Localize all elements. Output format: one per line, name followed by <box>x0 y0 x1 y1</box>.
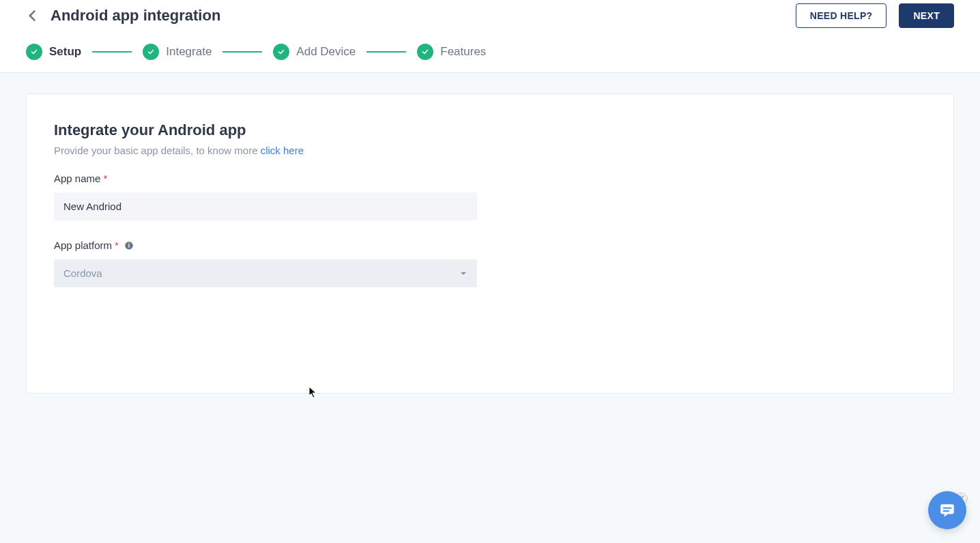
step-integrate[interactable]: Integrate <box>143 44 212 60</box>
header-left: Android app integration <box>26 7 220 25</box>
click-here-link[interactable]: click here <box>261 145 304 156</box>
check-icon <box>143 44 159 60</box>
subtitle-text: Provide your basic app details, to know … <box>54 145 261 156</box>
back-button[interactable] <box>26 9 40 23</box>
chat-icon <box>938 501 956 519</box>
app-platform-field: App platform * i Cordova <box>54 239 477 287</box>
chevron-left-icon <box>26 9 40 23</box>
chat-widget-button[interactable] <box>928 491 966 529</box>
label-text: App name <box>54 173 100 184</box>
need-help-button[interactable]: NEED HELP? <box>796 3 887 28</box>
header-right: NEED HELP? NEXT <box>796 3 954 28</box>
check-icon <box>417 44 433 60</box>
app-name-label: App name * <box>54 173 477 184</box>
step-setup[interactable]: Setup <box>26 44 81 60</box>
info-icon[interactable]: i <box>124 241 134 250</box>
app-name-field: App name * <box>54 173 477 220</box>
step-connector <box>222 51 262 53</box>
form-card: Integrate your Android app Provide your … <box>26 93 954 394</box>
card-subtitle: Provide your basic app details, to know … <box>54 145 926 156</box>
header: Android app integration NEED HELP? NEXT <box>0 0 980 31</box>
required-indicator: * <box>103 173 107 184</box>
select-value: Cordova <box>63 267 102 279</box>
card-title: Integrate your Android app <box>54 121 926 139</box>
step-label: Features <box>440 45 486 59</box>
label-text: App platform <box>54 239 112 251</box>
content-area: Integrate your Android app Provide your … <box>0 73 980 414</box>
check-icon <box>273 44 289 60</box>
check-icon <box>26 44 42 60</box>
chevron-down-icon <box>459 269 467 278</box>
svg-text:i: i <box>128 242 130 248</box>
app-platform-select[interactable]: Cordova <box>54 259 477 287</box>
app-platform-label: App platform * i <box>54 239 477 251</box>
step-label: Add Device <box>296 45 356 59</box>
step-features[interactable]: Features <box>417 44 486 60</box>
next-button[interactable]: NEXT <box>899 3 954 28</box>
step-connector <box>92 51 132 53</box>
step-label: Integrate <box>166 45 212 59</box>
stepper: Setup Integrate Add Device Features <box>0 31 980 73</box>
step-connector <box>366 51 406 53</box>
step-label: Setup <box>49 45 81 59</box>
svg-rect-2 <box>940 504 954 514</box>
app-name-input[interactable] <box>54 192 477 220</box>
step-add-device[interactable]: Add Device <box>273 44 356 60</box>
page-title: Android app integration <box>51 7 220 25</box>
required-indicator: * <box>115 239 119 251</box>
